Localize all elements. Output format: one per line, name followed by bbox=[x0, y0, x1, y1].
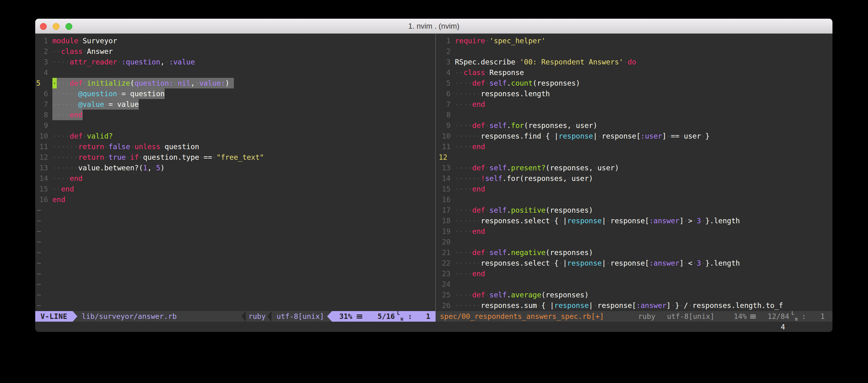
space-dot: · bbox=[485, 37, 490, 45]
code-token: ···· bbox=[455, 121, 472, 130]
code-line: 15····end bbox=[438, 184, 833, 194]
space-dot: · bbox=[165, 58, 169, 66]
code-token: ···· bbox=[455, 291, 472, 299]
code-token: · bbox=[104, 153, 108, 161]
space-dot: · bbox=[597, 132, 602, 140]
zoom-button[interactable] bbox=[65, 23, 72, 30]
tilde-marker: ~ bbox=[35, 289, 41, 300]
code-token: · bbox=[104, 143, 108, 151]
space-dot: · bbox=[606, 217, 611, 225]
space-dot: ···· bbox=[52, 58, 69, 66]
code-line: 19····end bbox=[438, 226, 833, 237]
code-token: · bbox=[485, 206, 490, 214]
space-dot: ··· bbox=[57, 79, 70, 87]
space-dot: ···· bbox=[455, 206, 472, 214]
code-text: ····def·self.average(responses) bbox=[455, 289, 589, 300]
code-line: 7······@value·=·value bbox=[35, 99, 433, 110]
space-dot: ······ bbox=[455, 174, 481, 182]
code-token: . bbox=[507, 291, 511, 299]
empty-buffer-line: ~ bbox=[35, 289, 433, 300]
code-line: 5····def·initialize(question:·nil,·value… bbox=[35, 78, 433, 89]
left-editor-pane[interactable]: 1module·Surveyor2··class·Answer3····attr… bbox=[35, 35, 433, 311]
space-dot: · bbox=[584, 58, 589, 66]
code-token: ···· bbox=[455, 100, 472, 108]
mode-indicator: V-LINE bbox=[35, 311, 73, 322]
space-dot: ···· bbox=[52, 132, 69, 140]
separator-chevron-icon bbox=[242, 311, 246, 322]
code-token: ······ bbox=[52, 143, 78, 151]
code-line: 12 bbox=[438, 152, 833, 163]
code-line: 3RSpec.describe·'00:·Respondent·Answers'… bbox=[438, 57, 833, 67]
window-titlebar[interactable]: 1. nvim . (nvim) bbox=[35, 19, 833, 34]
space-dot: ······ bbox=[455, 132, 481, 140]
space-dot: · bbox=[701, 259, 705, 267]
line-number: 16 bbox=[35, 194, 52, 205]
code-token: response bbox=[554, 302, 589, 310]
code-line: 6······responses.length bbox=[438, 89, 833, 99]
code-token: response bbox=[567, 259, 602, 267]
empty-buffer-line: ~ bbox=[35, 247, 433, 258]
right-cursor-position: 12/84 bbox=[768, 311, 789, 322]
code-line: 18······responses.select·{·|response|·re… bbox=[438, 215, 833, 226]
code-token: ]·>· bbox=[679, 217, 696, 225]
space-dot: · bbox=[541, 132, 546, 140]
code-token: average bbox=[511, 291, 541, 299]
line-number: 17 bbox=[438, 205, 455, 215]
code-token: ···· bbox=[455, 164, 472, 172]
space-dot: ······ bbox=[52, 143, 78, 151]
minimize-button[interactable] bbox=[53, 23, 60, 30]
close-button[interactable] bbox=[40, 23, 47, 30]
code-line: 16end bbox=[35, 194, 433, 205]
code-token: 5 bbox=[156, 164, 160, 172]
code-token: initialize bbox=[87, 79, 130, 87]
line-number: 15 bbox=[35, 184, 52, 194]
code-token: ······value.between?( bbox=[52, 164, 143, 172]
space-dot: · bbox=[104, 100, 108, 108]
code-text: ··end bbox=[52, 184, 74, 194]
code-text: ······responses.select·{·|response|·resp… bbox=[455, 258, 740, 269]
code-text: ····end bbox=[455, 141, 485, 152]
space-dot: · bbox=[666, 132, 671, 140]
code-token: ······ bbox=[455, 174, 481, 182]
space-dot: · bbox=[692, 217, 697, 225]
vertical-split-divider[interactable] bbox=[435, 34, 436, 311]
right-editor-pane[interactable]: 1require·'spec_helper'23RSpec.describe·'… bbox=[438, 35, 833, 311]
code-token: ···· bbox=[455, 227, 472, 235]
space-dot: · bbox=[571, 121, 576, 130]
code-text: ······value.between?(1,·5) bbox=[52, 163, 165, 173]
code-line: 6······@question·=·question bbox=[35, 89, 433, 99]
code-token: ! bbox=[481, 174, 485, 182]
line-number: 1 bbox=[35, 35, 52, 46]
code-token: · bbox=[485, 79, 490, 87]
command-line[interactable]: 4 bbox=[35, 322, 833, 332]
code-line: 16 bbox=[438, 194, 833, 205]
code-token: question: bbox=[134, 79, 173, 87]
line-number: 2 bbox=[35, 46, 52, 57]
left-encoding-label: utf-8[unix] bbox=[277, 311, 324, 322]
code-token: ······responses.select·{·| bbox=[455, 259, 567, 267]
code-token: count bbox=[511, 79, 532, 87]
space-dot: · bbox=[485, 206, 490, 214]
code-token: :value bbox=[169, 58, 195, 66]
code-token: do bbox=[628, 58, 637, 66]
space-dot: · bbox=[126, 153, 130, 161]
showcmd-count: 4 bbox=[781, 322, 785, 332]
tilde-marker: ~ bbox=[35, 205, 41, 215]
space-dot: · bbox=[684, 259, 688, 267]
code-text: ····def·self.count(responses) bbox=[455, 78, 580, 89]
code-token: "free_text" bbox=[216, 153, 264, 161]
tilde-marker: ~ bbox=[35, 300, 41, 311]
code-token: 1 bbox=[143, 164, 148, 172]
line-number: 25 bbox=[438, 289, 455, 300]
space-dot: · bbox=[593, 164, 597, 172]
code-token: positive bbox=[511, 206, 546, 214]
code-token: · bbox=[485, 291, 490, 299]
space-dot: ······ bbox=[52, 164, 78, 172]
code-text: ····end bbox=[52, 173, 83, 184]
code-text: ····def·self.positive(responses) bbox=[455, 205, 593, 215]
space-dot: · bbox=[692, 259, 697, 267]
code-line: 13····def·self.present?(responses,·user) bbox=[438, 163, 833, 173]
code-token: ]·}·/·responses.length.to_f bbox=[666, 302, 783, 310]
space-dot: · bbox=[546, 302, 550, 310]
line-number: 10 bbox=[438, 131, 455, 141]
